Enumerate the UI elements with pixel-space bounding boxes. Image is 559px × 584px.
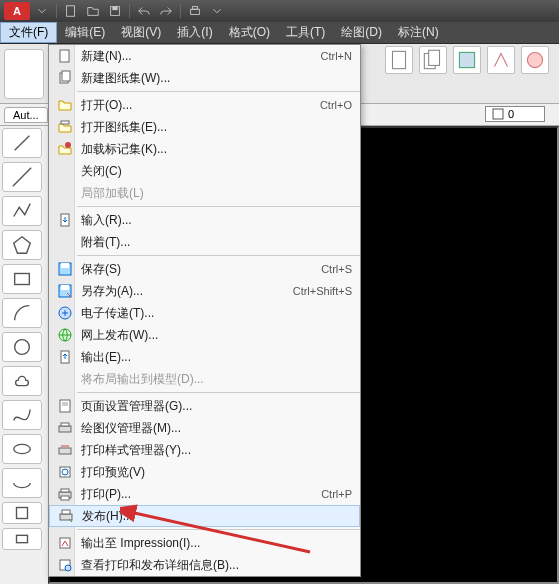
menu-view[interactable]: 视图(V) [113,22,169,43]
ellipse-arc-tool[interactable] [2,468,42,498]
menu-item-26[interactable]: 输出至 Impression(I)... [49,532,360,554]
ellipse-tool[interactable] [2,434,42,464]
svg-rect-36 [59,448,71,454]
menu-item-label: 打开(O)... [77,97,320,114]
menu-item-1[interactable]: 新建图纸集(W)... [49,67,360,89]
point-tool[interactable] [2,528,42,550]
svg-rect-4 [192,7,197,10]
menu-item-label: 网上发布(W)... [77,327,352,344]
draw-tool-palette [2,128,46,550]
arc-tool[interactable] [2,298,42,328]
svg-rect-26 [61,263,69,268]
menu-item-20[interactable]: 绘图仪管理器(M)... [49,417,360,439]
etransmit-icon [53,305,77,321]
menu-item-17: 将布局输出到模型(D)... [49,368,360,390]
menu-item-22[interactable]: 打印预览(V) [49,461,360,483]
open-icon[interactable] [83,2,103,20]
menu-bar: 文件(F) 编辑(E) 视图(V) 插入(I) 格式(O) 工具(T) 绘图(D… [0,22,559,44]
new-icon[interactable] [61,2,81,20]
svg-rect-5 [393,51,406,68]
menu-item-shortcut: Ctrl+S [321,263,352,275]
menu-item-6[interactable]: 关闭(C) [49,160,360,182]
polyline-tool[interactable] [2,196,42,226]
layer-name: 0 [508,108,514,120]
menu-dimension[interactable]: 标注(N) [390,22,447,43]
menu-item-7: 局部加载(L) [49,182,360,204]
open-icon [53,97,77,113]
toolbar-icon-1[interactable] [385,46,413,74]
app-logo[interactable]: A [4,2,30,20]
menu-item-label: 打开图纸集(E)... [77,119,352,136]
menu-item-label: 输出(E)... [77,349,352,366]
toolbar-icon-5[interactable] [521,46,549,74]
menu-item-12[interactable]: 保存(S)Ctrl+S [49,258,360,280]
menu-insert[interactable]: 插入(I) [169,22,220,43]
menu-edit[interactable]: 编辑(E) [57,22,113,43]
menu-item-label: 页面设置管理器(G)... [77,398,352,415]
line-tool[interactable] [2,128,42,158]
svg-rect-3 [191,9,200,14]
revision-cloud-tool[interactable] [2,366,42,396]
menu-item-23[interactable]: 打印(P)...Ctrl+P [49,483,360,505]
menu-item-24[interactable]: 发布(H)... [49,505,360,527]
menu-item-label: 查看打印和发布详细信息(B)... [77,557,352,574]
redo-icon[interactable] [156,2,176,20]
block-tool[interactable] [2,502,42,524]
menu-format[interactable]: 格式(O) [221,22,278,43]
menu-item-label: 打印(P)... [77,486,321,503]
menu-item-label: 打印样式管理器(Y)... [77,442,352,459]
menu-tools[interactable]: 工具(T) [278,22,333,43]
qat-more-icon[interactable] [207,2,227,20]
menu-item-9[interactable]: 输入(R)... [49,209,360,231]
print-icon[interactable] [185,2,205,20]
svg-rect-2 [112,7,117,11]
svg-rect-42 [60,514,72,520]
svg-rect-44 [60,538,70,548]
impression-icon [53,535,77,551]
rectangle-tool[interactable] [2,264,42,294]
svg-rect-19 [60,50,69,62]
menu-item-shortcut: Ctrl+Shift+S [293,285,352,297]
menu-item-27[interactable]: 查看打印和发布详细信息(B)... [49,554,360,576]
menu-item-21[interactable]: 打印样式管理器(Y)... [49,439,360,461]
qat-dropdown-icon[interactable] [32,2,52,20]
menu-item-19[interactable]: 页面设置管理器(G)... [49,395,360,417]
plotstyle-icon [53,442,77,458]
menu-item-3[interactable]: 打开(O)...Ctrl+O [49,94,360,116]
circle-tool[interactable] [2,332,42,362]
menu-item-0[interactable]: 新建(N)...Ctrl+N [49,45,360,67]
svg-rect-22 [61,121,69,124]
info-icon [53,557,77,573]
menu-item-13[interactable]: 另存为(A)...Ctrl+Shift+S [49,280,360,302]
spline-tool[interactable] [2,400,42,430]
markup-icon [53,141,77,157]
save-icon [53,261,77,277]
toolbar-icon-3[interactable] [453,46,481,74]
menu-item-16[interactable]: 输出(E)... [49,346,360,368]
construction-line-tool[interactable] [2,162,42,192]
document-tab[interactable]: Aut... [4,107,48,123]
menu-item-15[interactable]: 网上发布(W)... [49,324,360,346]
save-icon[interactable] [105,2,125,20]
menu-file[interactable]: 文件(F) [0,22,57,43]
menu-item-5[interactable]: 加载标记集(K)... [49,138,360,160]
layer-selector[interactable]: 0 [485,106,545,122]
menu-item-10[interactable]: 附着(T)... [49,231,360,253]
svg-rect-14 [15,274,30,285]
toolbar-big-button[interactable] [4,49,44,99]
menu-item-label: 打印预览(V) [77,464,352,481]
menu-item-label: 发布(H)... [78,508,351,525]
menu-item-4[interactable]: 打开图纸集(E)... [49,116,360,138]
menu-item-label: 新建图纸集(W)... [77,70,352,87]
file-menu-dropdown: 新建(N)...Ctrl+N新建图纸集(W)...打开(O)...Ctrl+O打… [48,44,361,577]
toolbar-icon-2[interactable] [419,46,447,74]
toolbar-icon-4[interactable] [487,46,515,74]
menu-draw[interactable]: 绘图(D) [333,22,390,43]
menu-item-14[interactable]: 电子传递(T)... [49,302,360,324]
undo-icon[interactable] [134,2,154,20]
svg-point-9 [527,52,542,67]
export-icon [53,349,77,365]
polygon-tool[interactable] [2,230,42,260]
menu-item-label: 附着(T)... [77,234,352,251]
svg-line-11 [15,136,30,151]
